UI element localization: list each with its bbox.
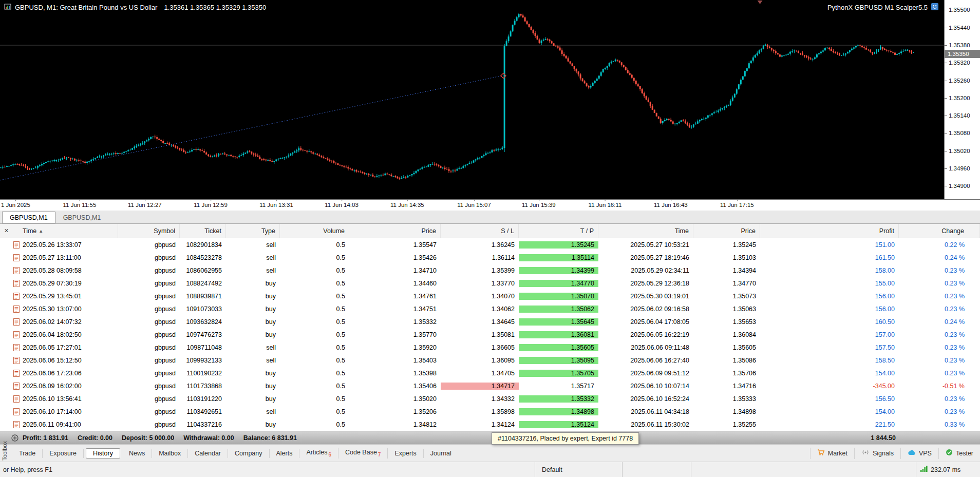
status-profile[interactable]: Default: [535, 462, 622, 477]
history-row[interactable]: 2025.06.04 18:02:50gbpusd1097476273buy0.…: [0, 328, 980, 341]
chart-tab-0[interactable]: GBPUSD,M1: [2, 212, 55, 223]
plus-circle-icon[interactable]: [11, 434, 18, 442]
column-header-sl[interactable]: S / L: [441, 224, 519, 238]
column-header-time[interactable]: Time▲: [23, 224, 118, 238]
cell-ticket: 1093632824: [180, 318, 226, 326]
cell-change: 0.23 %: [899, 344, 980, 351]
cell-close-price: 1.35333: [693, 395, 760, 403]
column-header-time[interactable]: Time: [598, 224, 693, 238]
history-row[interactable]: 2025.06.11 09:41:00gbpusd1104337216buy0.…: [0, 418, 980, 431]
status-connection[interactable]: 232.07 ms: [916, 462, 980, 477]
shortcut-label: Signals: [873, 450, 894, 457]
cell-tp: 1.35605: [519, 344, 598, 351]
column-header-profit[interactable]: Profit: [760, 224, 899, 238]
toolbox-tab-articles[interactable]: Articles6: [299, 448, 338, 459]
toolbox-tab-journal[interactable]: Journal: [424, 449, 458, 458]
toolbox-tab-history[interactable]: History: [86, 448, 120, 459]
cell-open-time: 2025.05.27 13:11:00: [23, 254, 118, 261]
chart-panel[interactable]: GBPUSD, M1: Great Britain Pound vs US Do…: [0, 0, 980, 199]
history-row[interactable]: 2025.06.10 13:56:41gbpusd1103191220buy0.…: [0, 392, 980, 405]
history-row[interactable]: 2025.05.27 13:11:00gbpusd1084523278sell0…: [0, 251, 980, 264]
price-axis-label: 1.35320: [949, 60, 970, 66]
cell-close-time: 2025.06.10 16:52:24: [598, 395, 693, 403]
cell-change: 0.23 %: [899, 280, 980, 287]
deal-icon: [0, 293, 23, 300]
history-row[interactable]: 2025.06.06 15:12:50gbpusd1099932133sell0…: [0, 354, 980, 367]
shortcut-vps[interactable]: VPS: [900, 448, 938, 459]
cell-open-time: 2025.06.10 17:14:00: [23, 408, 118, 415]
time-axis[interactable]: 1 Jun 202511 Jun 11:5511 Jun 12:2711 Jun…: [0, 199, 980, 211]
column-header-volume[interactable]: Volume: [280, 224, 349, 238]
toolbox-tab-exposure[interactable]: Exposure: [43, 449, 84, 458]
cell-volume: 0.5: [280, 293, 349, 300]
history-row[interactable]: 2025.06.09 16:02:00gbpusd1101733868buy0.…: [0, 379, 980, 392]
deal-icon: [0, 395, 23, 403]
history-row[interactable]: 2025.05.26 13:33:07gbpusd1082901834sell0…: [0, 238, 980, 251]
toolbox-tab-alerts[interactable]: Alerts: [270, 449, 300, 458]
history-row[interactable]: 2025.06.05 17:27:01gbpusd1098711048sell0…: [0, 341, 980, 354]
cell-volume: 0.5: [280, 395, 349, 403]
history-row[interactable]: 2025.05.28 08:09:58gbpusd1086062955sell0…: [0, 264, 980, 277]
latency-value: 232.07 ms: [931, 466, 960, 473]
history-row[interactable]: 2025.06.02 14:07:32gbpusd1093632824buy0.…: [0, 315, 980, 328]
cell-profit: 156.00: [760, 306, 899, 313]
shortcut-market[interactable]: Market: [810, 448, 854, 459]
toolbox-tab-trade[interactable]: Trade: [12, 449, 43, 458]
cell-open-time: 2025.06.11 09:41:00: [23, 421, 118, 428]
cell-change: 0.23 %: [899, 408, 980, 415]
toolbox-tab-company[interactable]: Company: [228, 449, 270, 458]
bottom-right-shortcuts: MarketSignalsVPSTester: [810, 445, 980, 462]
cell-tp: 1.35070: [519, 293, 598, 300]
cell-tp: 1.34399: [519, 267, 598, 274]
status-spacer-cell: [691, 462, 916, 477]
shortcut-label: Tester: [956, 450, 973, 457]
cell-type: sell: [226, 254, 280, 261]
column-header-tp[interactable]: T / P: [519, 224, 598, 238]
cell-volume: 0.5: [280, 383, 349, 390]
toolbox-close-button[interactable]: ✕: [2, 227, 11, 235]
cell-volume: 0.5: [280, 241, 349, 249]
cell-volume: 0.5: [280, 357, 349, 364]
cell-change: 0.23 %: [899, 331, 980, 338]
chart-tab-1[interactable]: GBPUSD,M1: [55, 212, 109, 223]
cell-volume: 0.5: [280, 280, 349, 287]
shortcut-signals[interactable]: Signals: [854, 448, 900, 459]
history-row[interactable]: 2025.06.06 17:23:06gbpusd1100190232buy0.…: [0, 367, 980, 379]
column-header-change[interactable]: Change: [899, 224, 980, 238]
column-header-ticket[interactable]: Ticket: [180, 224, 226, 238]
sort-asc-icon: ▲: [39, 228, 43, 234]
column-header-symbol[interactable]: Symbol: [118, 224, 180, 238]
column-header-price[interactable]: Price: [349, 224, 441, 238]
toolbox-tab-mailbox[interactable]: Mailbox: [152, 449, 188, 458]
price-axis[interactable]: 1.355001.354401.353801.353201.352601.352…: [944, 0, 980, 199]
cell-open-time: 2025.06.02 14:07:32: [23, 318, 118, 326]
cell-profit: 154.00: [760, 370, 899, 377]
price-axis-label: 1.35080: [949, 130, 970, 136]
history-row[interactable]: 2025.06.10 17:14:00gbpusd1103492651sell0…: [0, 405, 980, 418]
candlestick-chart[interactable]: [0, 0, 944, 199]
expert-overlay: PythonX GBPUSD M1 Scalper5.5: [827, 3, 939, 12]
cell-sl: 1.34705: [441, 370, 519, 377]
toolbox-tab-news[interactable]: News: [122, 449, 152, 458]
cell-close-price: 1.35245: [693, 241, 760, 249]
shortcut-tester[interactable]: Tester: [938, 448, 980, 459]
history-summary-row: Profit: 1 831.91Credit: 0.00Deposit: 5 0…: [0, 431, 980, 444]
deal-icon: [0, 370, 23, 377]
cell-profit: 156.50: [760, 395, 899, 403]
toolbox-tab-calendar[interactable]: Calendar: [188, 449, 228, 458]
history-row[interactable]: 2025.05.29 07:30:19gbpusd1088247492buy0.…: [0, 277, 980, 290]
cell-tp: 1.35332: [519, 395, 598, 403]
cell-type: buy: [226, 421, 280, 428]
history-row[interactable]: 2025.05.30 13:07:00gbpusd1091073033buy0.…: [0, 302, 980, 315]
toolbox-tab-experts[interactable]: Experts: [388, 449, 423, 458]
cell-symbol: gbpusd: [118, 357, 180, 364]
column-header-type[interactable]: Type: [226, 224, 280, 238]
order-tooltip: #1104337216, Placed by expert, Expert id…: [492, 432, 639, 445]
time-axis-label: 11 Jun 12:27: [128, 202, 162, 208]
history-row[interactable]: 2025.05.29 13:45:01gbpusd1088939871buy0.…: [0, 290, 980, 302]
chart-ohlc-values: 1.35361 1.35365 1.35329 1.35350: [164, 4, 266, 11]
column-header-price[interactable]: Price: [693, 224, 760, 238]
cell-symbol: gbpusd: [118, 370, 180, 377]
toolbox-tab-code-base[interactable]: Code Base7: [338, 448, 388, 459]
expert-smiley-icon[interactable]: [931, 3, 939, 12]
